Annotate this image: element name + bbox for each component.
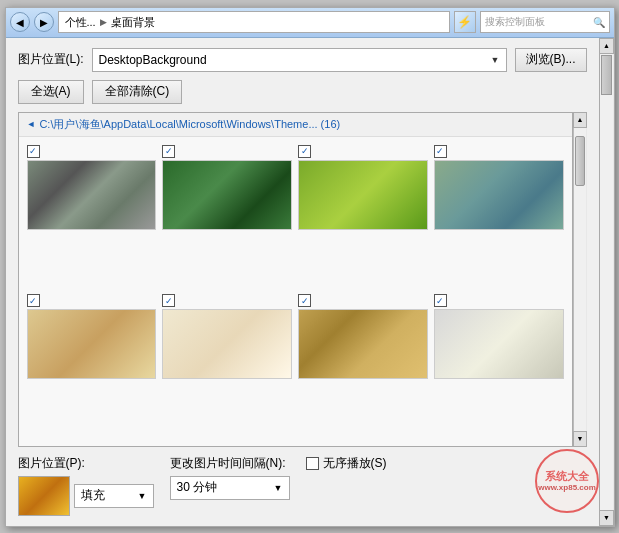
list-item bbox=[298, 145, 428, 289]
shuffle-checkbox[interactable] bbox=[306, 457, 319, 470]
gallery-scrollbar[interactable]: ▲ ▼ bbox=[573, 112, 587, 447]
gallery-checkbox-2[interactable] bbox=[162, 145, 175, 158]
position-dropdown[interactable]: 填充 ▼ bbox=[74, 484, 154, 508]
gallery-thumb-3[interactable] bbox=[298, 160, 428, 230]
gallery-thumb-1[interactable] bbox=[27, 160, 157, 230]
gallery-expand-icon: ◄ bbox=[27, 119, 36, 129]
position-row: 填充 ▼ bbox=[18, 476, 154, 516]
gallery-checkbox-5[interactable] bbox=[27, 294, 40, 307]
interval-dropdown[interactable]: 30 分钟 ▼ bbox=[170, 476, 290, 500]
picture-location-dropdown[interactable]: DesktopBackground ▼ bbox=[92, 48, 507, 72]
gallery-checkbox-4[interactable] bbox=[434, 145, 447, 158]
gallery-thumb-5[interactable] bbox=[27, 309, 157, 379]
interval-chevron-icon: ▼ bbox=[274, 483, 283, 493]
titlebar: ◀ ▶ 个性... ▶ 桌面背景 ⚡ 搜索控制面板 🔍 bbox=[6, 8, 614, 38]
clear-all-button[interactable]: 全部清除(C) bbox=[92, 80, 183, 104]
refresh-icon: ⚡ bbox=[457, 15, 472, 29]
list-item bbox=[162, 145, 292, 289]
scroll-down-button[interactable]: ▼ bbox=[573, 431, 587, 447]
gallery-checkbox-1[interactable] bbox=[27, 145, 40, 158]
refresh-button[interactable]: ⚡ bbox=[454, 11, 476, 33]
gallery-checkbox-8[interactable] bbox=[434, 294, 447, 307]
gallery-container: ◄ C:\用户\海鱼\AppData\Local\Microsoft\Windo… bbox=[18, 112, 573, 447]
window-scroll-track bbox=[600, 54, 613, 510]
back-icon: ◀ bbox=[16, 17, 24, 28]
gallery-thumb-6[interactable] bbox=[162, 309, 292, 379]
search-icon: 🔍 bbox=[593, 17, 605, 28]
position-chevron-icon: ▼ bbox=[138, 491, 147, 501]
bottom-section: 图片位置(P): 填充 ▼ 更改图片时间间隔(N): bbox=[18, 455, 587, 516]
picture-location-label: 图片位置(L): bbox=[18, 51, 84, 68]
chevron-down-icon: ▼ bbox=[491, 55, 500, 65]
list-item bbox=[162, 294, 292, 438]
interval-section: 更改图片时间间隔(N): 30 分钟 ▼ bbox=[170, 455, 290, 500]
back-button[interactable]: ◀ bbox=[10, 12, 30, 32]
window-scroll-thumb[interactable] bbox=[601, 55, 612, 95]
position-section: 图片位置(P): 填充 ▼ bbox=[18, 455, 154, 516]
gallery-checkbox-3[interactable] bbox=[298, 145, 311, 158]
position-thumbnail bbox=[18, 476, 70, 516]
list-item bbox=[27, 145, 157, 289]
shuffle-row: 无序播放(S) bbox=[306, 455, 387, 472]
picture-location-value: DesktopBackground bbox=[99, 53, 207, 67]
search-placeholder-text: 搜索控制面板 bbox=[485, 15, 589, 29]
nav-path-part2: 桌面背景 bbox=[111, 15, 155, 30]
interval-label: 更改图片时间间隔(N): bbox=[170, 455, 290, 472]
gallery-checkbox-7[interactable] bbox=[298, 294, 311, 307]
shuffle-label: 无序播放(S) bbox=[323, 455, 387, 472]
list-item bbox=[298, 294, 428, 438]
gallery-path: C:\用户\海鱼\AppData\Local\Microsoft\Windows… bbox=[39, 117, 340, 132]
nav-path: 个性... ▶ 桌面背景 bbox=[58, 11, 450, 33]
shuffle-section: 无序播放(S) bbox=[306, 455, 387, 476]
main-layout: 图片位置(L): DesktopBackground ▼ 浏览(B)... 全选… bbox=[6, 38, 614, 526]
position-label: 图片位置(P): bbox=[18, 455, 154, 472]
list-item bbox=[27, 294, 157, 438]
content-area: 图片位置(L): DesktopBackground ▼ 浏览(B)... 全选… bbox=[6, 38, 599, 526]
gallery-thumb-7[interactable] bbox=[298, 309, 428, 379]
nav-path-part1: 个性... bbox=[65, 15, 96, 30]
scroll-up-button[interactable]: ▲ bbox=[573, 112, 587, 128]
window-scroll-up[interactable]: ▲ bbox=[599, 38, 614, 54]
main-window: ◀ ▶ 个性... ▶ 桌面背景 ⚡ 搜索控制面板 🔍 图片位置(L): Des… bbox=[5, 7, 615, 527]
forward-icon: ▶ bbox=[40, 17, 48, 28]
nav-path-sep: ▶ bbox=[100, 17, 107, 27]
forward-button[interactable]: ▶ bbox=[34, 12, 54, 32]
scroll-thumb[interactable] bbox=[575, 136, 585, 186]
list-item bbox=[434, 294, 564, 438]
window-scrollbar[interactable]: ▲ ▼ bbox=[599, 38, 614, 526]
interval-value: 30 分钟 bbox=[177, 479, 218, 496]
picture-location-row: 图片位置(L): DesktopBackground ▼ 浏览(B)... bbox=[18, 48, 587, 72]
gallery-thumb-2[interactable] bbox=[162, 160, 292, 230]
scroll-track bbox=[574, 128, 586, 431]
gallery-grid bbox=[19, 137, 572, 446]
gallery-wrapper: ◄ C:\用户\海鱼\AppData\Local\Microsoft\Windo… bbox=[18, 112, 587, 447]
action-buttons-row: 全选(A) 全部清除(C) bbox=[18, 80, 587, 104]
browse-button[interactable]: 浏览(B)... bbox=[515, 48, 587, 72]
gallery-thumb-8[interactable] bbox=[434, 309, 564, 379]
position-value: 填充 bbox=[81, 487, 105, 504]
window-scroll-down[interactable]: ▼ bbox=[599, 510, 614, 526]
select-all-button[interactable]: 全选(A) bbox=[18, 80, 84, 104]
list-item bbox=[434, 145, 564, 289]
position-thumb-image bbox=[19, 477, 69, 515]
gallery-header: ◄ C:\用户\海鱼\AppData\Local\Microsoft\Windo… bbox=[19, 113, 572, 137]
gallery-thumb-4[interactable] bbox=[434, 160, 564, 230]
gallery-checkbox-6[interactable] bbox=[162, 294, 175, 307]
search-bar[interactable]: 搜索控制面板 🔍 bbox=[480, 11, 610, 33]
